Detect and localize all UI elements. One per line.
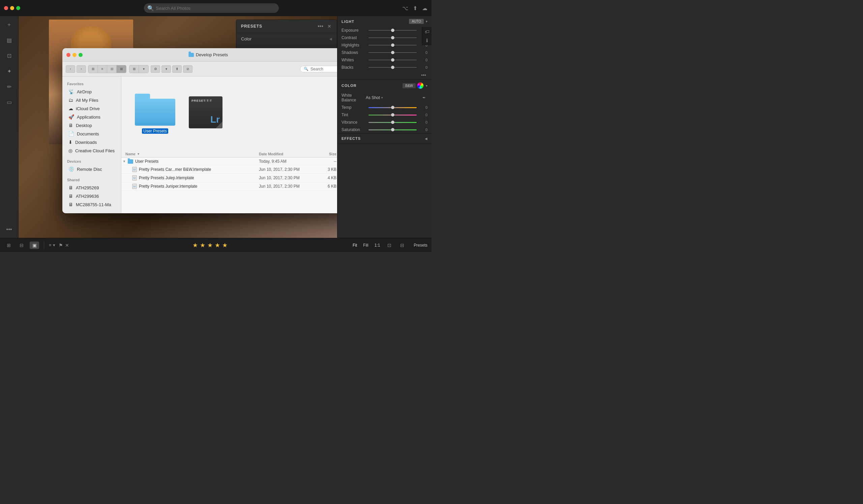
healing-icon[interactable]: ✦: [4, 66, 14, 76]
star-1[interactable]: ★: [192, 242, 198, 249]
shadows-thumb[interactable]: [391, 51, 395, 54]
color-chevron-icon[interactable]: ▾: [426, 84, 427, 88]
dialog-minimize-button[interactable]: [73, 53, 76, 57]
contrast-slider[interactable]: [368, 37, 417, 38]
split-button[interactable]: ⊟: [398, 242, 407, 249]
bw-button[interactable]: B&W: [402, 83, 416, 88]
more-icon[interactable]: •••: [4, 224, 14, 234]
sidebar-item-applications[interactable]: 🚀 Applications: [64, 113, 120, 121]
add-icon[interactable]: ＋: [4, 20, 14, 30]
vibrance-slider[interactable]: [368, 122, 417, 123]
tint-thumb[interactable]: [391, 113, 395, 117]
sidebar-item-airdrop[interactable]: 📡 AirDrop: [64, 88, 120, 96]
disclosure-icon[interactable]: ▼: [123, 160, 126, 163]
sidebar-item-remote-disc[interactable]: 💿 Remote Disc: [64, 165, 120, 173]
global-search[interactable]: 🔍: [144, 3, 279, 13]
saturation-thumb[interactable]: [391, 128, 395, 131]
contrast-thumb[interactable]: [391, 36, 395, 39]
library-icon[interactable]: ▤: [4, 35, 14, 45]
column-view-button[interactable]: ⊟: [107, 65, 117, 73]
ratio-button[interactable]: 1:1: [373, 242, 382, 248]
highlights-thumb[interactable]: [391, 43, 395, 47]
share-dropdown[interactable]: ▾: [139, 65, 148, 73]
exposure-thumb[interactable]: [391, 29, 395, 32]
sidebar-item-desktop[interactable]: 🖥 Desktop: [64, 121, 120, 129]
auto-button[interactable]: AUTO: [409, 19, 424, 24]
wb-dropdown[interactable]: As Shot ▾: [366, 95, 421, 100]
tint-slider[interactable]: [368, 115, 417, 116]
sidebar-item-ath295269[interactable]: 🖥 ATH295269: [64, 184, 120, 192]
export-icon[interactable]: ⬆: [413, 5, 417, 11]
grid-view-button[interactable]: ⊞: [4, 242, 13, 249]
share-up-button[interactable]: ⬆: [172, 65, 182, 73]
cloud-icon[interactable]: ☁: [422, 5, 427, 11]
exposure-slider[interactable]: [368, 30, 417, 31]
maximize-button[interactable]: [16, 6, 20, 10]
sidebar-item-all-my-files[interactable]: 🗂 All My Files: [64, 96, 120, 104]
table-row[interactable]: ▼ User Presets Today, 9:45 AM --: [121, 158, 337, 165]
brush-icon[interactable]: ✏: [4, 81, 14, 92]
sort-button[interactable]: ≡ ▾: [49, 243, 55, 248]
star-3[interactable]: ★: [207, 242, 213, 249]
color-circle-button[interactable]: [417, 82, 424, 89]
highlights-slider[interactable]: [368, 45, 417, 46]
square-view-button[interactable]: ⊟: [17, 242, 26, 249]
col-name-header[interactable]: Name ▼: [125, 152, 259, 156]
dialog-maximize-button[interactable]: [78, 53, 83, 57]
dialog-close-button[interactable]: [66, 53, 71, 57]
saturation-slider[interactable]: [368, 129, 417, 130]
sidebar-item-mc288755[interactable]: 🖥 MC288755-11-Ma: [64, 201, 120, 208]
dialog-search-input[interactable]: [311, 67, 337, 72]
icon-view-button[interactable]: ⊞: [88, 65, 98, 73]
flag-button[interactable]: ⚑: [59, 243, 63, 248]
close-button[interactable]: [4, 6, 8, 10]
col-size-header[interactable]: Size: [313, 152, 336, 156]
layers-icon[interactable]: ▭: [4, 97, 14, 107]
back-button[interactable]: ‹: [66, 65, 75, 73]
sidebar-item-ath299636[interactable]: 🖥 ATH299636: [64, 192, 120, 200]
tag-button[interactable]: ⊘: [183, 65, 192, 73]
temp-thumb[interactable]: [391, 106, 395, 109]
dialog-search[interactable]: 🔍: [300, 66, 337, 73]
light-more-icon[interactable]: •••: [421, 73, 426, 78]
presets-more-button[interactable]: •••: [317, 23, 323, 29]
single-view-button[interactable]: ▣: [30, 242, 39, 249]
whites-slider[interactable]: [368, 60, 417, 60]
search-input[interactable]: [156, 6, 275, 11]
blacks-slider[interactable]: [368, 67, 417, 68]
col-date-header[interactable]: Date Modified: [259, 152, 313, 156]
filter-icon[interactable]: ⌥: [402, 5, 408, 11]
sidebar-item-icloud[interactable]: ☁ iCloud Drive: [64, 104, 120, 113]
minimize-button[interactable]: [10, 6, 14, 10]
star-5[interactable]: ★: [222, 242, 227, 249]
list-view-button[interactable]: ≡: [98, 65, 107, 73]
blacks-thumb[interactable]: [391, 66, 395, 69]
whites-thumb[interactable]: [391, 58, 395, 62]
compare-button[interactable]: ⊡: [385, 242, 394, 249]
presets-close-button[interactable]: ✕: [327, 24, 332, 29]
preset-item-color[interactable]: Color ◀: [236, 33, 337, 45]
crop-icon[interactable]: ⊡: [4, 51, 14, 61]
vibrance-thumb[interactable]: [391, 120, 395, 124]
table-row[interactable]: Pretty Presets Julep.lrtemplate Jun 10, …: [121, 174, 337, 182]
effects-header[interactable]: EFFECTS ◀: [337, 134, 432, 143]
light-section-header[interactable]: LIGHT AUTO ▾: [337, 16, 432, 27]
reject-button[interactable]: ✕: [65, 243, 69, 248]
sidebar-item-downloads[interactable]: ⬇ Downloads: [64, 138, 120, 146]
share-button[interactable]: ⊞: [129, 65, 139, 73]
temp-slider[interactable]: [368, 107, 417, 108]
table-row[interactable]: Pretty Presets Juniper.lrtemplate Jun 10…: [121, 182, 337, 191]
right-panel-info-icon[interactable]: ℹ: [424, 38, 430, 43]
fill-button[interactable]: Fill: [362, 242, 370, 248]
shadows-slider[interactable]: [368, 52, 417, 53]
coverflow-view-button[interactable]: ⊠: [117, 65, 126, 73]
action-button[interactable]: ⚙: [151, 65, 160, 73]
fit-button[interactable]: Fit: [351, 242, 358, 248]
user-presets-folder-icon[interactable]: User Presets: [135, 94, 175, 134]
action-dropdown[interactable]: ▾: [162, 65, 171, 73]
sidebar-item-documents[interactable]: 📄 Documents: [64, 130, 120, 138]
preset-file-icon[interactable]: PRESET:T:T Lr: [189, 96, 223, 131]
eyedropper-button[interactable]: ✒: [421, 94, 427, 101]
table-row[interactable]: Pretty Presets Car...mer B&W.lrtemplate …: [121, 165, 337, 174]
sidebar-item-creative-cloud[interactable]: ◎ Creative Cloud Files: [64, 146, 120, 155]
